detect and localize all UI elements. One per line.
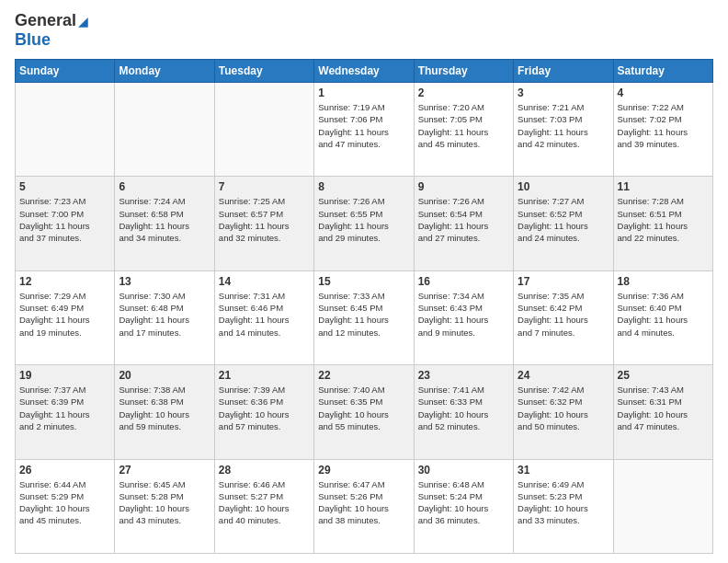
col-tuesday: Tuesday [214, 60, 313, 83]
table-row: 24Sunrise: 7:42 AM Sunset: 6:32 PM Dayli… [514, 365, 613, 459]
day-number: 23 [418, 369, 509, 382]
table-row [115, 83, 214, 177]
table-row: 23Sunrise: 7:41 AM Sunset: 6:33 PM Dayli… [414, 365, 513, 459]
day-info: Sunrise: 7:38 AM Sunset: 6:38 PM Dayligh… [119, 384, 210, 432]
day-info: Sunrise: 7:26 AM Sunset: 6:54 PM Dayligh… [418, 195, 509, 244]
table-row: 13Sunrise: 7:30 AM Sunset: 6:48 PM Dayli… [115, 270, 214, 364]
calendar-week-row: 5Sunrise: 7:23 AM Sunset: 7:00 PM Daylig… [16, 177, 713, 270]
logo: General◢ Blue [15, 11, 88, 50]
table-row: 7Sunrise: 7:25 AM Sunset: 6:57 PM Daylig… [214, 177, 313, 270]
table-row: 26Sunrise: 6:44 AM Sunset: 5:29 PM Dayli… [16, 459, 115, 553]
day-number: 1 [318, 86, 409, 99]
col-friday: Friday [514, 60, 613, 83]
day-info: Sunrise: 6:45 AM Sunset: 5:28 PM Dayligh… [119, 478, 210, 527]
day-number: 29 [318, 464, 409, 477]
day-info: Sunrise: 7:21 AM Sunset: 7:03 PM Dayligh… [518, 101, 609, 150]
table-row: 18Sunrise: 7:36 AM Sunset: 6:40 PM Dayli… [613, 270, 712, 364]
table-row: 5Sunrise: 7:23 AM Sunset: 7:00 PM Daylig… [16, 177, 115, 270]
day-number: 5 [19, 180, 110, 193]
day-number: 24 [518, 369, 609, 382]
table-row: 28Sunrise: 6:46 AM Sunset: 5:27 PM Dayli… [214, 459, 313, 553]
day-info: Sunrise: 7:22 AM Sunset: 7:02 PM Dayligh… [618, 101, 709, 150]
table-row: 9Sunrise: 7:26 AM Sunset: 6:54 PM Daylig… [414, 177, 513, 270]
day-number: 10 [518, 180, 609, 193]
day-info: Sunrise: 7:36 AM Sunset: 6:40 PM Dayligh… [618, 290, 709, 339]
day-number: 13 [119, 275, 210, 288]
table-row: 1Sunrise: 7:19 AM Sunset: 7:06 PM Daylig… [314, 83, 414, 177]
day-info: Sunrise: 7:37 AM Sunset: 6:39 PM Dayligh… [19, 384, 110, 432]
day-info: Sunrise: 6:49 AM Sunset: 5:23 PM Dayligh… [518, 478, 609, 527]
table-row: 27Sunrise: 6:45 AM Sunset: 5:28 PM Dayli… [115, 459, 214, 553]
day-number: 9 [418, 180, 509, 193]
table-row: 3Sunrise: 7:21 AM Sunset: 7:03 PM Daylig… [514, 83, 613, 177]
day-number: 25 [618, 369, 709, 382]
day-number: 26 [19, 464, 110, 477]
day-info: Sunrise: 7:31 AM Sunset: 6:46 PM Dayligh… [219, 290, 310, 339]
table-row: 14Sunrise: 7:31 AM Sunset: 6:46 PM Dayli… [214, 270, 313, 364]
day-number: 2 [418, 86, 509, 99]
day-number: 12 [19, 275, 110, 288]
col-monday: Monday [115, 60, 214, 83]
header: General◢ Blue [15, 11, 713, 50]
table-row: 2Sunrise: 7:20 AM Sunset: 7:05 PM Daylig… [414, 83, 513, 177]
day-number: 21 [219, 369, 310, 382]
table-row: 4Sunrise: 7:22 AM Sunset: 7:02 PM Daylig… [613, 83, 712, 177]
day-number: 30 [418, 464, 509, 477]
table-row: 11Sunrise: 7:28 AM Sunset: 6:51 PM Dayli… [613, 177, 712, 270]
day-number: 4 [618, 86, 709, 99]
col-saturday: Saturday [613, 60, 712, 83]
day-number: 14 [219, 275, 310, 288]
day-info: Sunrise: 7:28 AM Sunset: 6:51 PM Dayligh… [618, 195, 709, 244]
day-info: Sunrise: 7:27 AM Sunset: 6:52 PM Dayligh… [518, 195, 609, 244]
day-info: Sunrise: 7:33 AM Sunset: 6:45 PM Dayligh… [318, 290, 409, 339]
day-info: Sunrise: 7:19 AM Sunset: 7:06 PM Dayligh… [318, 101, 409, 150]
day-number: 11 [618, 180, 709, 193]
day-number: 20 [119, 369, 210, 382]
table-row: 6Sunrise: 7:24 AM Sunset: 6:58 PM Daylig… [115, 177, 214, 270]
day-info: Sunrise: 7:26 AM Sunset: 6:55 PM Dayligh… [318, 195, 409, 244]
day-info: Sunrise: 6:46 AM Sunset: 5:27 PM Dayligh… [219, 478, 310, 527]
calendar-table: Sunday Monday Tuesday Wednesday Thursday… [15, 59, 713, 554]
table-row: 22Sunrise: 7:40 AM Sunset: 6:35 PM Dayli… [314, 365, 414, 459]
day-number: 18 [618, 275, 709, 288]
day-info: Sunrise: 6:44 AM Sunset: 5:29 PM Dayligh… [19, 478, 110, 527]
logo-general-text: General [15, 11, 76, 30]
day-info: Sunrise: 7:24 AM Sunset: 6:58 PM Dayligh… [119, 195, 210, 244]
day-number: 22 [318, 369, 409, 382]
day-info: Sunrise: 7:30 AM Sunset: 6:48 PM Dayligh… [119, 290, 210, 339]
col-sunday: Sunday [16, 60, 115, 83]
day-number: 8 [318, 180, 409, 193]
table-row: 17Sunrise: 7:35 AM Sunset: 6:42 PM Dayli… [514, 270, 613, 364]
day-info: Sunrise: 7:40 AM Sunset: 6:35 PM Dayligh… [318, 384, 409, 432]
calendar-week-row: 19Sunrise: 7:37 AM Sunset: 6:39 PM Dayli… [16, 365, 713, 459]
day-number: 19 [19, 369, 110, 382]
table-row: 29Sunrise: 6:47 AM Sunset: 5:26 PM Dayli… [314, 459, 414, 553]
table-row [214, 83, 313, 177]
day-info: Sunrise: 7:43 AM Sunset: 6:31 PM Dayligh… [618, 384, 709, 432]
day-number: 6 [119, 180, 210, 193]
calendar-week-row: 26Sunrise: 6:44 AM Sunset: 5:29 PM Dayli… [16, 459, 713, 553]
day-info: Sunrise: 7:35 AM Sunset: 6:42 PM Dayligh… [518, 290, 609, 339]
day-number: 28 [219, 464, 310, 477]
table-row: 15Sunrise: 7:33 AM Sunset: 6:45 PM Dayli… [314, 270, 414, 364]
calendar-header-row: Sunday Monday Tuesday Wednesday Thursday… [16, 60, 713, 83]
day-info: Sunrise: 7:34 AM Sunset: 6:43 PM Dayligh… [418, 290, 509, 339]
table-row: 21Sunrise: 7:39 AM Sunset: 6:36 PM Dayli… [214, 365, 313, 459]
day-info: Sunrise: 7:20 AM Sunset: 7:05 PM Dayligh… [418, 101, 509, 150]
day-info: Sunrise: 7:42 AM Sunset: 6:32 PM Dayligh… [518, 384, 609, 432]
table-row: 16Sunrise: 7:34 AM Sunset: 6:43 PM Dayli… [414, 270, 513, 364]
table-row: 19Sunrise: 7:37 AM Sunset: 6:39 PM Dayli… [16, 365, 115, 459]
day-info: Sunrise: 7:23 AM Sunset: 7:00 PM Dayligh… [19, 195, 110, 244]
table-row [613, 459, 712, 553]
day-info: Sunrise: 7:39 AM Sunset: 6:36 PM Dayligh… [219, 384, 310, 432]
calendar-week-row: 12Sunrise: 7:29 AM Sunset: 6:49 PM Dayli… [16, 270, 713, 364]
table-row: 25Sunrise: 7:43 AM Sunset: 6:31 PM Dayli… [613, 365, 712, 459]
day-number: 15 [318, 275, 409, 288]
day-number: 16 [418, 275, 509, 288]
day-info: Sunrise: 7:29 AM Sunset: 6:49 PM Dayligh… [19, 290, 110, 339]
day-info: Sunrise: 6:47 AM Sunset: 5:26 PM Dayligh… [318, 478, 409, 527]
table-row: 20Sunrise: 7:38 AM Sunset: 6:38 PM Dayli… [115, 365, 214, 459]
day-number: 31 [518, 464, 609, 477]
logo-bird-icon: ◢ [78, 14, 88, 29]
day-info: Sunrise: 7:41 AM Sunset: 6:33 PM Dayligh… [418, 384, 509, 432]
